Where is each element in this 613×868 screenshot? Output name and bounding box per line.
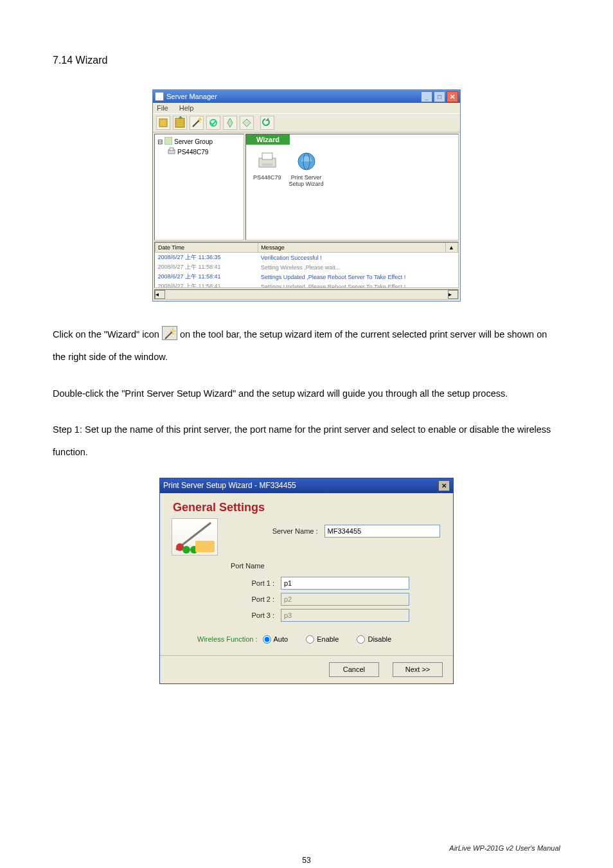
svg-rect-8 bbox=[262, 153, 272, 159]
port3-input bbox=[281, 609, 409, 622]
tree-child-label[interactable]: PS448C79 bbox=[177, 149, 208, 156]
server-group-icon bbox=[164, 137, 172, 146]
server-tree: ⊟ Server Group PS448C79 bbox=[154, 134, 244, 240]
log-scroll-up[interactable]: ▲ bbox=[446, 243, 458, 253]
wireless-auto-radio[interactable] bbox=[263, 635, 271, 644]
sm-titlebar: Server Manager _ □ ✕ bbox=[153, 90, 460, 103]
paragraph-2: Double-click the "Print Server Setup Wiz… bbox=[53, 383, 560, 405]
wizard-toolbar-icon-inline bbox=[162, 326, 177, 340]
log-row: 2008/6/27 上午 11:58:41Settings Updated ,P… bbox=[155, 272, 458, 282]
server-manager-window: Server Manager _ □ ✕ File Help bbox=[152, 89, 461, 302]
close-button[interactable]: ✕ bbox=[447, 91, 458, 102]
wizard-thumbnail bbox=[172, 518, 218, 556]
scroll-right-icon[interactable]: ▸ bbox=[448, 290, 458, 299]
toolbar-btn-5[interactable] bbox=[223, 116, 237, 130]
wireless-function-label: Wireless Function : bbox=[197, 635, 258, 643]
wireless-disable-radio[interactable] bbox=[357, 635, 365, 644]
tree-root-label[interactable]: Server Group bbox=[174, 138, 213, 145]
toolbar-btn-4[interactable] bbox=[206, 116, 220, 130]
section-title: 7.14 Wizard bbox=[53, 55, 560, 66]
wiz-heading: General Settings bbox=[160, 493, 453, 518]
maximize-button[interactable]: □ bbox=[434, 91, 445, 102]
log-col-date: Date Time bbox=[155, 243, 258, 253]
minimize-button[interactable]: _ bbox=[421, 91, 432, 102]
paragraph-1: Click on the "Wizard" icon on the tool b… bbox=[53, 323, 560, 368]
port1-label: Port 1 : bbox=[172, 579, 281, 587]
wizard-icon[interactable] bbox=[190, 116, 204, 130]
paragraph-3: Step 1: Set up the name of this print se… bbox=[53, 419, 560, 464]
svg-point-12 bbox=[172, 330, 174, 332]
main-panel: Wizard PS448C79 Print Server bbox=[245, 134, 459, 240]
setup-wizard-label1: Print Server bbox=[291, 174, 322, 181]
svg-point-15 bbox=[190, 546, 198, 554]
svg-rect-9 bbox=[262, 163, 272, 166]
next-button[interactable]: Next >> bbox=[393, 662, 443, 677]
tree-collapse-icon[interactable]: ⊟ bbox=[157, 138, 163, 145]
svg-point-14 bbox=[182, 546, 190, 554]
port-name-label: Port Name bbox=[172, 556, 440, 574]
log-row: 2008/6/27 上午 11:58:41Settings Updated ,P… bbox=[155, 282, 458, 288]
wiz-titlebar: Print Server Setup Wizard - MF334455 ✕ bbox=[160, 478, 453, 493]
cancel-button[interactable]: Cancel bbox=[329, 662, 379, 677]
menu-bar: File Help bbox=[153, 103, 460, 113]
log-row: 2008/6/27 上午 11:36:35Verification Succes… bbox=[155, 253, 458, 263]
page-number: 53 bbox=[0, 856, 613, 865]
port3-label: Port 3 : bbox=[172, 611, 281, 619]
setup-wizard-icon[interactable]: Print Server Setup Wizard bbox=[289, 150, 324, 187]
printer-wizard-icon[interactable]: PS448C79 bbox=[253, 150, 281, 187]
svg-rect-0 bbox=[159, 119, 167, 127]
horizontal-scrollbar[interactable]: ◂ ▸ bbox=[154, 289, 459, 300]
server-name-label: Server Name : bbox=[226, 527, 324, 535]
toolbar-btn-2[interactable] bbox=[173, 116, 187, 130]
tool-bar bbox=[153, 113, 460, 132]
setup-wizard-label2: Setup Wizard bbox=[289, 181, 324, 187]
wiz-title: Print Server Setup Wizard - MF334455 bbox=[163, 481, 438, 490]
wireless-enable-label: Enable bbox=[317, 635, 339, 643]
svg-rect-6 bbox=[170, 148, 173, 150]
wireless-auto-label: Auto bbox=[274, 635, 289, 643]
footer-product: AirLive WP-201G v2 User's Manual bbox=[449, 844, 560, 852]
menu-file[interactable]: File bbox=[157, 104, 168, 112]
setup-wizard-window: Print Server Setup Wizard - MF334455 ✕ G… bbox=[159, 478, 454, 684]
wireless-disable-label: Disable bbox=[368, 635, 391, 643]
scroll-left-icon[interactable]: ◂ bbox=[155, 290, 165, 299]
svg-rect-4 bbox=[164, 137, 172, 145]
wiz-close-button[interactable]: ✕ bbox=[438, 480, 450, 491]
wizard-panel-header: Wizard bbox=[246, 134, 290, 145]
toolbar-btn-7[interactable] bbox=[260, 116, 274, 130]
wireless-enable-radio[interactable] bbox=[306, 635, 314, 644]
printer-icon bbox=[168, 147, 175, 156]
port1-input[interactable] bbox=[281, 577, 409, 590]
port2-input bbox=[281, 593, 409, 606]
server-name-input[interactable] bbox=[324, 525, 440, 538]
log-row: 2008/6/27 上午 11:58:41Setting Wireless ,P… bbox=[155, 262, 458, 272]
toolbar-btn-6[interactable] bbox=[240, 116, 254, 130]
log-panel: Date Time Message ▲ 2008/6/27 上午 11:36:3… bbox=[154, 242, 459, 288]
toolbar-btn-1[interactable] bbox=[156, 116, 170, 130]
printer-wizard-label: PS448C79 bbox=[253, 174, 281, 181]
sm-title: Server Manager bbox=[166, 93, 420, 100]
app-icon bbox=[155, 92, 164, 101]
menu-help[interactable]: Help bbox=[179, 104, 194, 112]
log-col-msg: Message bbox=[258, 243, 446, 253]
svg-rect-1 bbox=[175, 118, 184, 127]
port2-label: Port 2 : bbox=[172, 595, 281, 603]
